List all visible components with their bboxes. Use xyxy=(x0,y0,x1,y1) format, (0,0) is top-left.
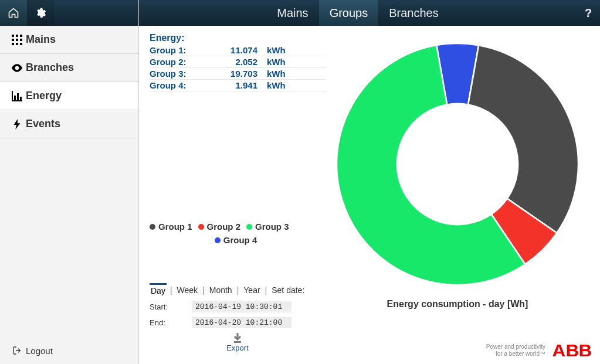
bar-chart-icon xyxy=(8,91,26,101)
legend-item: Group 1 xyxy=(150,220,192,234)
range-tab-month[interactable]: Month xyxy=(208,284,233,296)
group-value: 11.074 xyxy=(208,45,267,56)
brand-footer: Power and productivity for a better worl… xyxy=(486,341,592,360)
download-icon xyxy=(233,333,242,343)
group-value: 2.052 xyxy=(208,56,267,68)
end-date-row: End: 2016-04-20 10:21:00 xyxy=(150,317,326,328)
table-row: Group 2: 2.052 kWh xyxy=(150,56,326,68)
logout-button[interactable]: Logout xyxy=(0,337,138,364)
start-date-input[interactable]: 2016-04-19 10:30:01 xyxy=(192,301,291,312)
group-label: Group 2: xyxy=(150,56,208,68)
chart-title: Energy consumption - day [Wh] xyxy=(387,299,528,309)
start-label: Start: xyxy=(150,302,192,311)
svg-rect-8 xyxy=(20,43,22,45)
eye-icon xyxy=(8,64,26,72)
sidebar-item-label: Mains xyxy=(26,33,56,46)
end-date-input[interactable]: 2016-04-20 10:21:00 xyxy=(192,317,291,328)
left-column: Energy: Group 1: 11.074 kWh Group 2: 2.0… xyxy=(150,33,326,359)
chart-column: Energy consumption - day [Wh] xyxy=(326,33,589,359)
settings-button[interactable] xyxy=(27,0,54,26)
content: Energy: Group 1: 11.074 kWh Group 2: 2.0… xyxy=(139,26,600,364)
sidebar-nav: Mains Branches Energy Events xyxy=(0,26,138,138)
legend-dot-icon xyxy=(215,237,221,243)
legend-label: Group 1 xyxy=(158,220,192,234)
abb-logo: ABB xyxy=(552,341,592,360)
svg-rect-11 xyxy=(14,96,16,100)
topbar: Mains Groups Branches ? xyxy=(139,0,600,26)
range-tab-day[interactable]: Day xyxy=(150,283,167,297)
legend-label: Group 3 xyxy=(255,220,289,234)
legend-item: Group 3 xyxy=(246,220,289,234)
group-label: Group 3: xyxy=(150,68,208,80)
sidebar-item-label: Branches xyxy=(26,62,74,74)
brand-tagline: Power and productivity for a better worl… xyxy=(486,343,545,358)
svg-rect-2 xyxy=(20,35,22,37)
table-row: Group 4: 1.941 kWh xyxy=(150,80,326,91)
export-label: Export xyxy=(226,343,249,352)
svg-rect-9 xyxy=(12,91,13,101)
bolt-icon xyxy=(8,119,26,130)
legend-item: Group 2 xyxy=(198,220,241,234)
tab-branches[interactable]: Branches xyxy=(378,0,449,26)
main: Mains Groups Branches ? Energy: Group 1:… xyxy=(139,0,600,364)
range-tab-week[interactable]: Week xyxy=(176,284,199,296)
export-button[interactable]: Export xyxy=(150,333,326,352)
svg-rect-1 xyxy=(16,35,18,37)
svg-rect-7 xyxy=(16,43,18,45)
sidebar-item-events[interactable]: Events xyxy=(0,110,138,138)
range-tab-setdate[interactable]: Set date: xyxy=(270,284,306,296)
svg-rect-13 xyxy=(20,97,22,100)
logout-label: Logout xyxy=(26,346,53,356)
tab-mains[interactable]: Mains xyxy=(266,0,318,26)
legend-dot-icon xyxy=(198,224,204,230)
energy-table: Group 1: 11.074 kWh Group 2: 2.052 kWh G… xyxy=(150,45,326,91)
grid-icon xyxy=(8,35,26,45)
start-date-row: Start: 2016-04-19 10:30:01 xyxy=(150,301,326,312)
table-row: Group 3: 19.703 kWh xyxy=(150,68,326,80)
topbar-tabs: Mains Groups Branches xyxy=(139,0,577,26)
group-label: Group 4: xyxy=(150,80,208,91)
group-unit: kWh xyxy=(267,68,326,80)
svg-rect-14 xyxy=(234,341,241,343)
time-range-tabs: Day| Week| Month| Year| Set date: xyxy=(150,283,326,297)
svg-rect-12 xyxy=(17,93,19,100)
svg-rect-4 xyxy=(16,39,18,41)
home-button[interactable] xyxy=(0,0,27,26)
legend-item: Group 4 xyxy=(215,234,257,247)
end-label: End: xyxy=(150,318,192,327)
sidebar: Mains Branches Energy Events xyxy=(0,0,139,364)
logout-icon xyxy=(8,346,26,355)
table-row: Group 1: 11.074 kWh xyxy=(150,45,326,56)
group-unit: kWh xyxy=(267,80,326,91)
energy-heading: Energy: xyxy=(150,33,326,43)
svg-rect-10 xyxy=(12,100,22,101)
legend-dot-icon xyxy=(150,224,155,230)
sidebar-item-label: Events xyxy=(26,118,60,130)
help-button[interactable]: ? xyxy=(577,6,600,20)
sidebar-item-branches[interactable]: Branches xyxy=(0,54,138,82)
tab-groups[interactable]: Groups xyxy=(319,0,379,26)
svg-rect-6 xyxy=(12,43,14,45)
sidebar-spacer xyxy=(0,138,138,337)
group-unit: kWh xyxy=(267,45,326,56)
svg-rect-3 xyxy=(12,39,14,41)
svg-rect-0 xyxy=(12,35,14,37)
range-tab-year[interactable]: Year xyxy=(242,284,261,296)
sidebar-item-energy[interactable]: Energy xyxy=(0,82,138,110)
legend-dot-icon xyxy=(246,224,252,230)
gear-icon xyxy=(35,7,46,19)
sidebar-item-label: Energy xyxy=(26,90,62,102)
group-unit: kWh xyxy=(267,56,326,68)
chart-legend: Group 1 Group 2 Group 3 Group 4 xyxy=(150,220,326,247)
sidebar-top xyxy=(0,0,138,26)
group-value: 1.941 xyxy=(208,80,267,91)
donut-slice xyxy=(468,45,578,233)
home-icon xyxy=(8,7,19,19)
group-label: Group 1: xyxy=(150,45,208,56)
group-value: 19.703 xyxy=(208,68,267,80)
legend-label: Group 2 xyxy=(207,220,241,234)
svg-rect-5 xyxy=(20,39,22,41)
legend-label: Group 4 xyxy=(223,234,257,247)
donut-chart xyxy=(326,33,589,295)
sidebar-item-mains[interactable]: Mains xyxy=(0,26,138,54)
